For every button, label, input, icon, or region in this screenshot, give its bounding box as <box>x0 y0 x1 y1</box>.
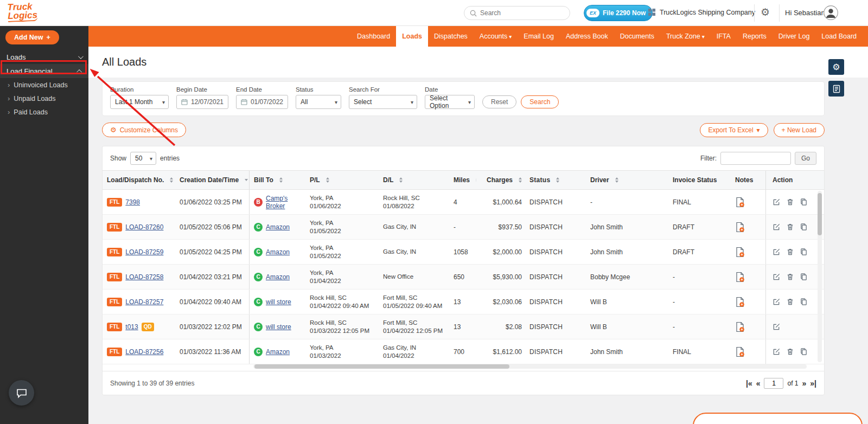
note-icon[interactable] <box>735 222 745 233</box>
sort-icon[interactable] <box>519 177 522 183</box>
new-load-button[interactable]: + New Load <box>774 123 825 137</box>
sort-icon[interactable] <box>399 177 403 183</box>
bill-to-link[interactable]: Amazon <box>266 223 290 231</box>
load-number-link[interactable]: LOAD-87259 <box>125 248 163 256</box>
sidebar-item-uninvoiced-loads[interactable]: › Uninvoiced Loads <box>0 78 88 92</box>
export-to-excel-button[interactable]: Export To Excel ▾ <box>700 123 768 137</box>
search-input[interactable] <box>480 9 561 17</box>
first-page-icon[interactable]: |« <box>746 379 752 388</box>
nav-address-book[interactable]: Address Book <box>560 26 614 47</box>
delete-icon[interactable] <box>786 223 794 231</box>
note-icon[interactable] <box>735 346 745 357</box>
sort-down-icon <box>279 181 283 183</box>
sort-icon[interactable] <box>245 179 248 181</box>
edit-icon[interactable] <box>773 348 781 356</box>
note-icon[interactable] <box>735 197 745 208</box>
load-number-link[interactable]: 7398 <box>125 198 140 206</box>
edit-icon[interactable] <box>773 323 781 331</box>
note-icon[interactable] <box>735 247 745 258</box>
bill-to-link[interactable]: Camp's Broker <box>266 195 305 210</box>
sort-icon[interactable] <box>326 177 329 183</box>
sort-icon[interactable] <box>556 177 559 183</box>
notification-pill[interactable] <box>693 413 863 424</box>
search-button[interactable]: Search <box>521 95 559 108</box>
note-icon[interactable] <box>735 322 745 332</box>
file-2290-button[interactable]: EX File 2290 Now <box>584 5 653 21</box>
nav-email-log[interactable]: Email Log <box>518 26 560 47</box>
edit-icon[interactable] <box>773 273 781 281</box>
bill-to-link[interactable]: Amazon <box>266 248 290 256</box>
nav-truck-zone[interactable]: Truck Zone▾ <box>660 26 711 47</box>
scrollbar-thumb[interactable] <box>818 193 822 235</box>
customize-columns-button[interactable]: ⚙ Customize Columns <box>102 123 186 137</box>
load-number-link[interactable]: LOAD-87256 <box>125 348 163 356</box>
nav-reports[interactable]: Reports <box>737 26 773 47</box>
note-icon[interactable] <box>735 272 745 282</box>
nav-loads[interactable]: Loads <box>396 26 428 47</box>
trucklogics-logo[interactable]: Truck Logics <box>7 2 37 22</box>
copy-icon[interactable] <box>800 198 808 206</box>
status-select[interactable]: All <box>296 95 341 109</box>
sort-icon[interactable] <box>279 177 283 183</box>
reset-button[interactable]: Reset <box>482 95 516 108</box>
delete-icon[interactable] <box>786 248 794 256</box>
page-number-input[interactable] <box>764 378 783 389</box>
edit-icon[interactable] <box>773 248 781 256</box>
add-new-button[interactable]: Add New + <box>5 30 59 44</box>
load-number-link[interactable]: LOAD-87257 <box>125 298 163 306</box>
next-page-icon[interactable]: » <box>802 379 807 388</box>
nav-dashboard[interactable]: Dashboard <box>351 26 396 47</box>
copy-icon[interactable] <box>800 248 808 256</box>
search-for-select[interactable]: Select <box>349 95 417 109</box>
sidebar-item-loads[interactable]: Loads <box>0 50 88 64</box>
copy-icon[interactable] <box>800 298 808 306</box>
bill-to-link[interactable]: will store <box>266 323 291 331</box>
prev-page-icon[interactable]: « <box>756 379 761 388</box>
load-number-link[interactable]: t013 <box>125 323 138 331</box>
edit-icon[interactable] <box>773 298 781 306</box>
copy-icon[interactable] <box>800 273 808 281</box>
delete-icon[interactable] <box>786 198 794 206</box>
sidebar-item-unpaid-loads[interactable]: › Unpaid Loads <box>0 92 88 105</box>
table-filter-input[interactable] <box>720 152 791 165</box>
duration-select[interactable]: Last 1 Month <box>110 95 169 109</box>
copy-icon[interactable] <box>800 223 808 231</box>
load-number-link[interactable]: LOAD-87258 <box>125 273 163 281</box>
bill-to-link[interactable]: will store <box>266 298 291 306</box>
avatar[interactable] <box>824 5 838 22</box>
horizontal-scrollbar[interactable] <box>253 364 807 369</box>
load-number-link[interactable]: LOAD-87260 <box>125 223 163 231</box>
note-icon[interactable] <box>735 297 745 307</box>
chat-widget-button[interactable] <box>9 380 34 406</box>
company-menu[interactable]: TruckLogics Shipping Company <box>648 8 755 16</box>
nav-accounts[interactable]: Accounts▾ <box>474 26 518 47</box>
end-date-input[interactable]: 01/07/2022 <box>236 95 288 109</box>
bill-to-link[interactable]: Amazon <box>266 348 290 356</box>
sort-icon[interactable] <box>615 177 618 183</box>
go-button[interactable]: Go <box>795 152 816 165</box>
bill-to-link[interactable]: Amazon <box>266 273 290 281</box>
date-select[interactable]: Select Option <box>425 95 475 109</box>
settings-panel-button[interactable]: ⚙ <box>828 59 844 75</box>
sort-icon[interactable] <box>170 177 173 183</box>
edit-icon[interactable] <box>773 223 781 231</box>
nav-load-board[interactable]: Load Board <box>815 26 863 47</box>
last-page-icon[interactable]: »| <box>810 379 816 388</box>
settings-gear-icon[interactable]: ⚙ <box>761 6 770 18</box>
begin-date-input[interactable]: 12/07/2021 <box>176 95 228 109</box>
edit-icon[interactable] <box>773 198 781 206</box>
nav-driver-log[interactable]: Driver Log <box>773 26 816 47</box>
delete-icon[interactable] <box>786 298 794 306</box>
scrollbar-thumb[interactable] <box>254 364 509 369</box>
nav-dispatches[interactable]: Dispatches <box>428 26 474 47</box>
delete-icon[interactable] <box>786 348 794 356</box>
nav-documents[interactable]: Documents <box>614 26 660 47</box>
vertical-scrollbar[interactable] <box>818 191 822 362</box>
copy-icon[interactable] <box>800 348 808 356</box>
nav-ifta[interactable]: IFTA <box>711 26 737 47</box>
entries-select[interactable]: 50 <box>130 152 156 165</box>
sidebar-item-load-financial[interactable]: Load Financial <box>0 64 88 78</box>
sidebar-item-paid-loads[interactable]: › Paid Loads <box>0 105 88 119</box>
feedback-form-button[interactable] <box>828 81 844 97</box>
delete-icon[interactable] <box>786 273 794 281</box>
